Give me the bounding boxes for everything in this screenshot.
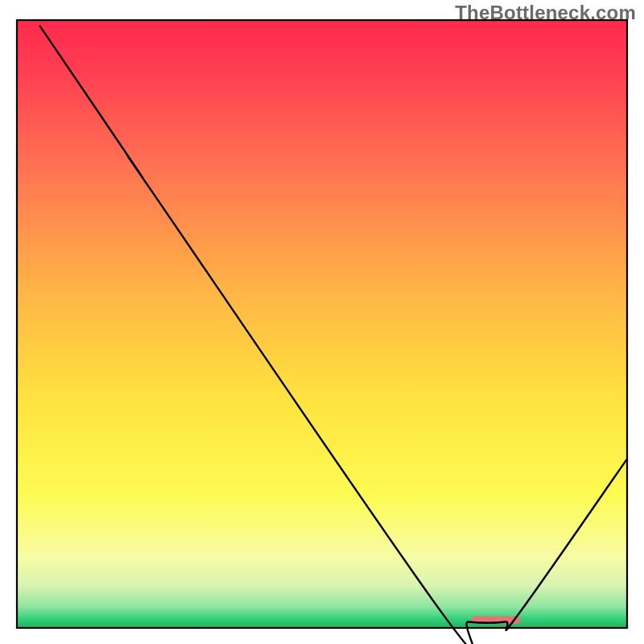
plot-area	[17, 20, 627, 644]
chart-svg	[0, 0, 644, 644]
bottleneck-chart: TheBottleneck.com	[0, 0, 644, 644]
gradient-background	[17, 20, 627, 628]
watermark-text: TheBottleneck.com	[455, 2, 636, 24]
